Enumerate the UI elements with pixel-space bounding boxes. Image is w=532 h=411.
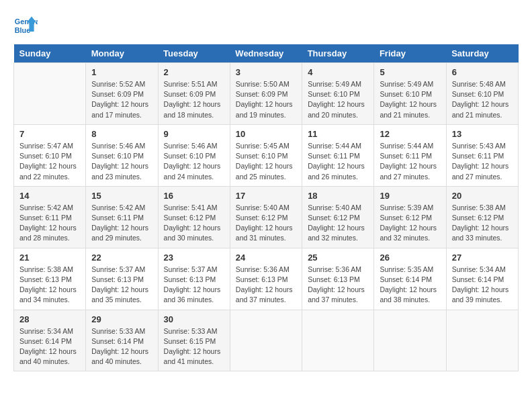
- calendar-cell: 9Sunrise: 5:46 AM Sunset: 6:10 PM Daylig…: [158, 124, 230, 186]
- day-number: 1: [91, 67, 152, 77]
- day-info: Sunrise: 5:40 AM Sunset: 6:12 PM Dayligh…: [236, 203, 296, 244]
- logo: General Blue: [13, 13, 40, 38]
- week-row-5: 28Sunrise: 5:34 AM Sunset: 6:14 PM Dayli…: [14, 310, 519, 371]
- day-info: Sunrise: 5:33 AM Sunset: 6:14 PM Dayligh…: [91, 326, 152, 367]
- day-number: 11: [308, 129, 368, 139]
- day-number: 22: [91, 253, 152, 263]
- calendar-cell: 24Sunrise: 5:36 AM Sunset: 6:13 PM Dayli…: [230, 248, 302, 310]
- calendar-header-row: SundayMondayTuesdayWednesdayThursdayFrid…: [14, 44, 519, 63]
- calendar-cell: [230, 310, 302, 371]
- day-info: Sunrise: 5:47 AM Sunset: 6:10 PM Dayligh…: [19, 141, 80, 182]
- calendar-cell: 10Sunrise: 5:45 AM Sunset: 6:10 PM Dayli…: [230, 124, 302, 186]
- day-info: Sunrise: 5:43 AM Sunset: 6:11 PM Dayligh…: [452, 141, 513, 182]
- day-number: 18: [308, 191, 368, 201]
- day-number: 2: [164, 67, 224, 77]
- day-number: 15: [91, 191, 152, 201]
- calendar-cell: 12Sunrise: 5:44 AM Sunset: 6:11 PM Dayli…: [374, 124, 446, 186]
- day-number: 4: [308, 67, 368, 77]
- col-header-friday: Friday: [374, 44, 446, 63]
- day-info: Sunrise: 5:39 AM Sunset: 6:12 PM Dayligh…: [380, 203, 440, 244]
- calendar-cell: 11Sunrise: 5:44 AM Sunset: 6:11 PM Dayli…: [302, 124, 374, 186]
- day-number: 6: [452, 67, 513, 77]
- day-number: 29: [91, 314, 152, 324]
- week-row-1: 1Sunrise: 5:52 AM Sunset: 6:09 PM Daylig…: [14, 63, 519, 125]
- calendar-cell: 23Sunrise: 5:37 AM Sunset: 6:13 PM Dayli…: [158, 248, 230, 310]
- col-header-thursday: Thursday: [302, 44, 374, 63]
- day-info: Sunrise: 5:42 AM Sunset: 6:11 PM Dayligh…: [19, 203, 80, 244]
- day-number: 13: [452, 129, 513, 139]
- day-number: 27: [452, 253, 513, 263]
- calendar-cell: 15Sunrise: 5:42 AM Sunset: 6:11 PM Dayli…: [86, 186, 158, 248]
- week-row-2: 7Sunrise: 5:47 AM Sunset: 6:10 PM Daylig…: [14, 124, 519, 186]
- day-number: 8: [91, 129, 152, 139]
- day-info: Sunrise: 5:46 AM Sunset: 6:10 PM Dayligh…: [164, 141, 224, 182]
- calendar-cell: 13Sunrise: 5:43 AM Sunset: 6:11 PM Dayli…: [446, 124, 518, 186]
- col-header-monday: Monday: [86, 44, 158, 63]
- calendar-cell: 7Sunrise: 5:47 AM Sunset: 6:10 PM Daylig…: [14, 124, 86, 186]
- day-info: Sunrise: 5:44 AM Sunset: 6:11 PM Dayligh…: [308, 141, 368, 182]
- calendar-cell: 29Sunrise: 5:33 AM Sunset: 6:14 PM Dayli…: [86, 310, 158, 371]
- calendar-cell: 2Sunrise: 5:51 AM Sunset: 6:09 PM Daylig…: [158, 63, 230, 125]
- calendar-cell: 21Sunrise: 5:38 AM Sunset: 6:13 PM Dayli…: [14, 248, 86, 310]
- calendar-cell: 14Sunrise: 5:42 AM Sunset: 6:11 PM Dayli…: [14, 186, 86, 248]
- day-number: 28: [19, 314, 80, 324]
- day-info: Sunrise: 5:48 AM Sunset: 6:10 PM Dayligh…: [452, 79, 513, 120]
- day-info: Sunrise: 5:40 AM Sunset: 6:12 PM Dayligh…: [308, 203, 368, 244]
- day-number: 14: [19, 191, 80, 201]
- day-number: 23: [164, 253, 224, 263]
- calendar-cell: 1Sunrise: 5:52 AM Sunset: 6:09 PM Daylig…: [86, 63, 158, 125]
- calendar-cell: 26Sunrise: 5:35 AM Sunset: 6:14 PM Dayli…: [374, 248, 446, 310]
- day-info: Sunrise: 5:38 AM Sunset: 6:12 PM Dayligh…: [452, 203, 513, 244]
- day-info: Sunrise: 5:36 AM Sunset: 6:13 PM Dayligh…: [236, 265, 296, 306]
- day-number: 10: [236, 129, 296, 139]
- calendar-cell: 18Sunrise: 5:40 AM Sunset: 6:12 PM Dayli…: [302, 186, 374, 248]
- day-number: 20: [452, 191, 513, 201]
- day-number: 12: [380, 129, 440, 139]
- col-header-tuesday: Tuesday: [158, 44, 230, 63]
- day-info: Sunrise: 5:42 AM Sunset: 6:11 PM Dayligh…: [91, 203, 152, 244]
- calendar-table: SundayMondayTuesdayWednesdayThursdayFrid…: [13, 44, 519, 371]
- day-number: 3: [236, 67, 296, 77]
- svg-text:Blue: Blue: [15, 26, 30, 34]
- day-info: Sunrise: 5:49 AM Sunset: 6:10 PM Dayligh…: [380, 79, 440, 120]
- day-number: 5: [380, 67, 440, 77]
- col-header-wednesday: Wednesday: [230, 44, 302, 63]
- calendar-cell: 6Sunrise: 5:48 AM Sunset: 6:10 PM Daylig…: [446, 63, 518, 125]
- calendar-cell: 17Sunrise: 5:40 AM Sunset: 6:12 PM Dayli…: [230, 186, 302, 248]
- day-info: Sunrise: 5:41 AM Sunset: 6:12 PM Dayligh…: [164, 203, 224, 244]
- day-info: Sunrise: 5:44 AM Sunset: 6:11 PM Dayligh…: [380, 141, 440, 182]
- calendar-body: 1Sunrise: 5:52 AM Sunset: 6:09 PM Daylig…: [14, 63, 519, 371]
- day-info: Sunrise: 5:37 AM Sunset: 6:13 PM Dayligh…: [164, 265, 224, 306]
- logo-icon: General Blue: [13, 13, 38, 38]
- calendar-cell: 5Sunrise: 5:49 AM Sunset: 6:10 PM Daylig…: [374, 63, 446, 125]
- day-info: Sunrise: 5:46 AM Sunset: 6:10 PM Dayligh…: [91, 141, 152, 182]
- day-info: Sunrise: 5:35 AM Sunset: 6:14 PM Dayligh…: [380, 265, 440, 306]
- calendar-cell: 3Sunrise: 5:50 AM Sunset: 6:09 PM Daylig…: [230, 63, 302, 125]
- day-number: 30: [164, 314, 224, 324]
- page-header: General Blue: [13, 13, 519, 38]
- week-row-3: 14Sunrise: 5:42 AM Sunset: 6:11 PM Dayli…: [14, 186, 519, 248]
- day-number: 25: [308, 253, 368, 263]
- day-number: 16: [164, 191, 224, 201]
- calendar-cell: 27Sunrise: 5:34 AM Sunset: 6:14 PM Dayli…: [446, 248, 518, 310]
- day-info: Sunrise: 5:34 AM Sunset: 6:14 PM Dayligh…: [452, 265, 513, 306]
- calendar-cell: 28Sunrise: 5:34 AM Sunset: 6:14 PM Dayli…: [14, 310, 86, 371]
- day-info: Sunrise: 5:49 AM Sunset: 6:10 PM Dayligh…: [308, 79, 368, 120]
- day-info: Sunrise: 5:38 AM Sunset: 6:13 PM Dayligh…: [19, 265, 80, 306]
- calendar-cell: 4Sunrise: 5:49 AM Sunset: 6:10 PM Daylig…: [302, 63, 374, 125]
- day-info: Sunrise: 5:37 AM Sunset: 6:13 PM Dayligh…: [91, 265, 152, 306]
- calendar-cell: 19Sunrise: 5:39 AM Sunset: 6:12 PM Dayli…: [374, 186, 446, 248]
- calendar-cell: [374, 310, 446, 371]
- calendar-cell: [302, 310, 374, 371]
- day-info: Sunrise: 5:51 AM Sunset: 6:09 PM Dayligh…: [164, 79, 224, 120]
- calendar-cell: 20Sunrise: 5:38 AM Sunset: 6:12 PM Dayli…: [446, 186, 518, 248]
- calendar-cell: [14, 63, 86, 125]
- day-number: 9: [164, 129, 224, 139]
- day-info: Sunrise: 5:45 AM Sunset: 6:10 PM Dayligh…: [236, 141, 296, 182]
- day-info: Sunrise: 5:34 AM Sunset: 6:14 PM Dayligh…: [19, 326, 80, 367]
- day-info: Sunrise: 5:52 AM Sunset: 6:09 PM Dayligh…: [91, 79, 152, 120]
- day-info: Sunrise: 5:36 AM Sunset: 6:13 PM Dayligh…: [308, 265, 368, 306]
- calendar-cell: 8Sunrise: 5:46 AM Sunset: 6:10 PM Daylig…: [86, 124, 158, 186]
- calendar-cell: 30Sunrise: 5:33 AM Sunset: 6:15 PM Dayli…: [158, 310, 230, 371]
- day-info: Sunrise: 5:50 AM Sunset: 6:09 PM Dayligh…: [236, 79, 296, 120]
